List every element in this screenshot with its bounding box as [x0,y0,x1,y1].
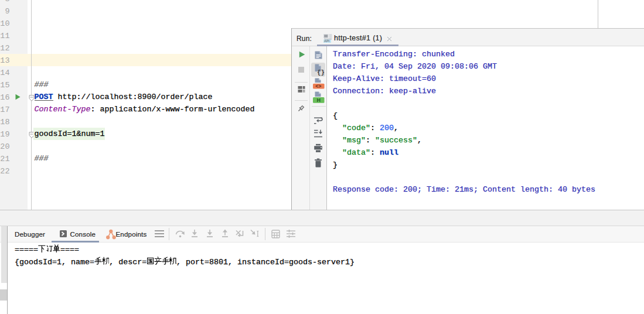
svg-text:API: API [324,39,330,43]
svg-text:<>: <> [315,84,321,89]
svg-text:H: H [316,97,321,103]
svg-text:{}: {} [317,69,324,76]
